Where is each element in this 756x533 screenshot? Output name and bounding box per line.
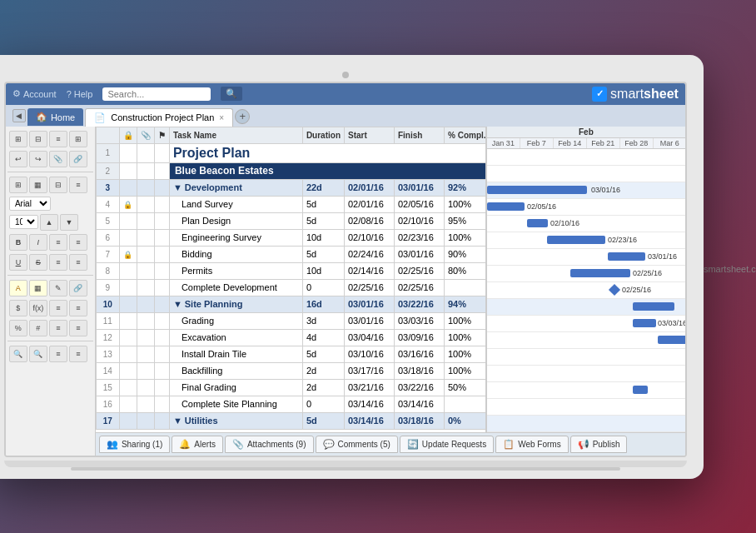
row-num: 11 <box>96 312 119 329</box>
task-cell[interactable]: Complete Development <box>169 279 302 296</box>
toolbar-btn2[interactable]: ⊞ <box>69 131 87 147</box>
align-right[interactable]: ≡ <box>69 254 87 271</box>
toolbar-btn18[interactable]: ≡ <box>69 346 87 362</box>
gantt-bar-label: 03/01/16 <box>591 186 620 194</box>
bottom-tab[interactable]: 👥Sharing (1) <box>99 436 170 453</box>
finish-cell: 03/14/16 <box>394 396 444 412</box>
font-size-up[interactable]: ▲ <box>40 214 58 231</box>
toolbar-btn[interactable]: ≡ <box>49 131 67 147</box>
fx-btn[interactable]: f(x) <box>29 300 47 316</box>
toolbar-btn13[interactable]: ≡ <box>49 300 67 316</box>
col-header-finish: Finish <box>394 127 444 143</box>
finish-cell: 03/18/16 <box>394 362 444 379</box>
font-size-select[interactable]: 10 <box>9 215 38 229</box>
underline-btn[interactable]: U <box>9 254 27 271</box>
tab-close-icon[interactable]: × <box>219 113 224 122</box>
toolbar-btn8[interactable]: ≡ <box>69 177 87 193</box>
toolbar-btn16[interactable]: ≡ <box>69 320 87 336</box>
row-attach <box>137 379 154 396</box>
gantt-row <box>487 382 685 399</box>
bold-btn[interactable]: B <box>9 234 27 251</box>
task-cell[interactable]: Grading <box>169 312 302 329</box>
toolbar-btn6[interactable]: ▦ <box>29 177 47 193</box>
sheet-scroll[interactable]: 🔒 📎 ⚑ Task Name Duration Start Finish % … <box>96 127 485 432</box>
task-cell[interactable]: ▼Development <box>169 179 302 196</box>
row-lock <box>119 162 137 179</box>
footer-url: smartsheet.com <box>704 264 756 274</box>
gantt-week-cell: Mar 6 <box>654 138 685 148</box>
undo-btn[interactable]: ↩ <box>9 151 27 167</box>
redo-btn[interactable]: ↪ <box>29 151 47 167</box>
finish-cell: 02/10/16 <box>394 212 444 229</box>
bottom-tab[interactable]: 📋Web Forms <box>495 436 569 453</box>
task-cell[interactable]: ▼Utilities <box>169 412 302 429</box>
section-toggle[interactable]: ▼ <box>173 299 182 309</box>
row-lock <box>119 346 137 362</box>
section-toggle[interactable]: ▼ <box>173 416 182 426</box>
font-size-down[interactable]: ▼ <box>60 214 78 231</box>
gantt-bar <box>633 386 648 394</box>
pct-btn[interactable]: % <box>9 320 27 336</box>
currency-btn[interactable]: $ <box>9 300 27 316</box>
section-toggle[interactable]: ▼ <box>173 182 182 192</box>
insert-row-btn[interactable]: ⊞ <box>9 131 27 147</box>
task-cell[interactable]: Backfilling <box>169 362 302 379</box>
lock-icon: 🔒 <box>123 201 132 209</box>
task-cell[interactable]: Bidding <box>169 246 302 262</box>
home-tab[interactable]: 🏠 Home <box>27 108 83 126</box>
task-cell[interactable]: Permits <box>169 262 302 279</box>
task-cell[interactable]: Final Grading <box>169 379 302 396</box>
task-cell[interactable]: Complete Site Planning <box>169 396 302 412</box>
search-input[interactable] <box>102 87 211 101</box>
insert-row-btn2[interactable]: ⊟ <box>29 131 47 147</box>
toolbar-btn12[interactable]: 🔗 <box>69 280 87 296</box>
strikethrough-btn[interactable]: S <box>29 254 47 271</box>
zoom-in-btn[interactable]: 🔍 <box>9 346 27 362</box>
toolbar-btn17[interactable]: ≡ <box>49 346 67 362</box>
row-lock: 🔒 <box>119 246 137 262</box>
search-button[interactable]: 🔍 <box>221 87 242 101</box>
zoom-out-btn[interactable]: 🔍 <box>29 346 47 362</box>
help-menu[interactable]: ? Help <box>67 89 93 99</box>
font-select[interactable]: Arial <box>9 197 51 211</box>
bottom-tab[interactable]: 🔄Update Requests <box>400 436 494 453</box>
toolbar-btn9[interactable]: ≡ <box>49 234 67 251</box>
bottom-tab[interactable]: 🔔Alerts <box>172 436 223 453</box>
toolbar-btn5[interactable]: ⊞ <box>9 177 27 193</box>
task-cell[interactable]: Engineering Survey <box>169 229 302 246</box>
task-cell[interactable]: Install Drain Tile <box>169 346 302 362</box>
nav-arrow[interactable]: ◀ <box>12 109 26 122</box>
task-cell[interactable]: ▼Site Planning <box>169 296 302 312</box>
task-cell[interactable]: Plan Design <box>169 212 302 229</box>
bottom-tab[interactable]: 📢Publish <box>570 436 628 453</box>
left-toolbar: ⊞ ⊟ ≡ ⊞ ↩ ↪ 📎 🔗 ⊞ ▦ ⊟ ≡ <box>6 127 96 456</box>
start-cell: 02/14/16 <box>344 262 394 279</box>
bottom-tab[interactable]: 💬Comments (5) <box>316 436 398 453</box>
tab-bar: ◀ 🏠 Home 📄 Construction Project Plan × + <box>6 105 685 127</box>
active-sheet-tab[interactable]: 📄 Construction Project Plan × <box>85 108 233 127</box>
color-fill[interactable]: ▦ <box>29 280 47 296</box>
row-num: 14 <box>96 362 119 379</box>
align-left[interactable]: ≡ <box>49 254 67 271</box>
italic-btn[interactable]: I <box>29 234 47 251</box>
toolbar-btn11[interactable]: ✎ <box>49 280 67 296</box>
toolbar-btn14[interactable]: ≡ <box>69 300 87 316</box>
task-cell[interactable]: Land Survey <box>169 196 302 212</box>
bottom-tab[interactable]: 📎Attachments (9) <box>225 436 314 453</box>
gantt-milestone <box>609 283 620 295</box>
row-lock <box>119 143 137 162</box>
task-cell[interactable]: Excavation <box>169 329 302 346</box>
toolbar-btn7[interactable]: ⊟ <box>49 177 67 193</box>
row-flag <box>154 246 169 262</box>
toolbar-btn15[interactable]: ≡ <box>49 320 67 336</box>
toolbar-btn10[interactable]: ≡ <box>69 234 87 251</box>
account-menu[interactable]: ⚙ Account <box>12 88 57 99</box>
highlight-btn[interactable]: A <box>9 280 27 296</box>
num-btn[interactable]: # <box>29 320 47 336</box>
row-flag <box>154 262 169 279</box>
gantt-row: 03/03/16 <box>487 316 685 332</box>
toolbar-btn4[interactable]: 🔗 <box>69 151 87 167</box>
toolbar-btn3[interactable]: 📎 <box>49 151 67 167</box>
row-lock <box>119 329 137 346</box>
add-tab-button[interactable]: + <box>235 109 250 124</box>
